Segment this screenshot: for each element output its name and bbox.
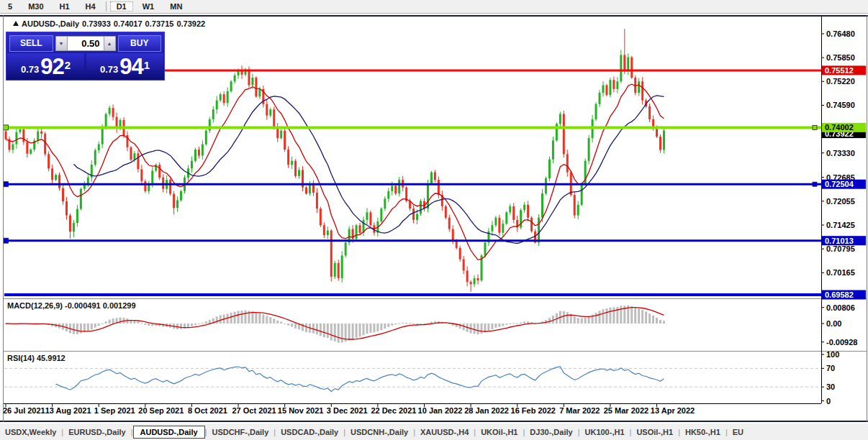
symbol-tab-xauusd-h4[interactable]: XAUUSD-,H4	[415, 426, 474, 438]
svg-text:100: 100	[826, 350, 839, 359]
rsi-value: 45.9912	[37, 354, 65, 362]
timeframe-button-h4[interactable]: H4	[79, 1, 102, 12]
chart-symbol: AUDUSD-,Daily	[22, 19, 79, 28]
volume-decrease-button[interactable]: ▼	[55, 36, 68, 51]
symbol-tab-bar: USDX,Weekly|EURUSD-,Daily|AUDUSD-,Daily|…	[0, 423, 868, 440]
ohlc-low: 0.73715	[145, 19, 174, 28]
svg-text:0.71013: 0.71013	[825, 237, 854, 245]
svg-text:7 Mar 2022: 7 Mar 2022	[559, 406, 600, 415]
svg-text:0.00: 0.00	[826, 319, 841, 328]
volume-stepper: ▼ 0.50 ▲	[55, 36, 116, 51]
sell-price-big: 92	[40, 56, 63, 78]
rsi-name: RSI(14)	[7, 354, 35, 362]
sell-button[interactable]: SELL	[9, 35, 53, 52]
buy-price[interactable]: 0.73941	[86, 53, 163, 79]
triangle-down-icon: ▼	[59, 41, 64, 46]
volume-increase-button[interactable]: ▲	[104, 36, 116, 51]
svg-text:1 Sep 2021: 1 Sep 2021	[94, 406, 135, 415]
window-border-bottom	[0, 421, 868, 422]
svg-text:10 Jan 2022: 10 Jan 2022	[418, 406, 463, 415]
buy-price-small: 0.73	[100, 62, 118, 78]
svg-text:0.76480: 0.76480	[826, 29, 855, 38]
symbol-tab-usdcnh-daily[interactable]: USDCNH-,Daily	[345, 426, 413, 438]
timeframe-button-mn[interactable]: MN	[163, 1, 189, 12]
svg-text:0.75220: 0.75220	[826, 77, 855, 86]
window-border-right	[867, 15, 867, 422]
macd-value-2: 0.001299	[103, 301, 136, 310]
one-click-trading-panel: SELL ▼ 0.50 ▲ BUY 0.73922 0.73941	[6, 32, 165, 81]
triangle-up-icon	[13, 21, 19, 26]
svg-text:3 Dec 2021: 3 Dec 2021	[327, 406, 368, 415]
svg-text:15 Nov 2021: 15 Nov 2021	[278, 406, 324, 415]
symbol-tab-audusd-daily[interactable]: AUDUSD-,Daily	[133, 426, 205, 439]
timeframe-button-w1[interactable]: W1	[136, 1, 161, 12]
ohlc-open: 0.73933	[82, 19, 111, 28]
volume-input[interactable]: 0.50	[68, 36, 104, 51]
svg-text:25 Mar 2022: 25 Mar 2022	[604, 406, 648, 415]
svg-text:70: 70	[826, 364, 835, 372]
svg-text:0.75850: 0.75850	[826, 53, 855, 62]
svg-text:28 Jan 2022: 28 Jan 2022	[464, 406, 509, 415]
svg-text:20 Sep 2021: 20 Sep 2021	[138, 406, 184, 415]
symbol-tab-uk100-h1[interactable]: UK100-,H1	[580, 426, 630, 438]
ohlc-close: 0.73922	[176, 19, 205, 28]
symbol-tab-usoil-h1[interactable]: USOil-,H1	[631, 426, 678, 438]
svg-text:0.70165: 0.70165	[826, 268, 855, 277]
window-border-left	[3, 15, 4, 422]
symbol-tab-dj30-daily[interactable]: DJ30-,Daily	[525, 426, 577, 438]
symbol-tab-eurusd-daily[interactable]: EURUSD-,Daily	[63, 426, 130, 438]
symbol-tab-eu[interactable]: EU	[728, 426, 749, 438]
macd-value-1: -0.000491	[65, 301, 101, 310]
svg-text:0.73330: 0.73330	[826, 149, 855, 157]
svg-text:27 Oct 2021: 27 Oct 2021	[232, 406, 276, 415]
sell-price-sup: 2	[65, 53, 71, 78]
symbol-tab-hk50-h1[interactable]: HK50-,H1	[680, 426, 725, 438]
sell-price-small: 0.73	[21, 62, 39, 78]
macd-name: MACD(12,26,9)	[7, 301, 63, 310]
svg-text:0.69582: 0.69582	[825, 290, 854, 299]
window-border-top	[0, 15, 868, 17]
symbol-tab-usdcad-daily[interactable]: USDCAD-,Daily	[276, 426, 343, 438]
svg-text:30: 30	[826, 382, 835, 391]
buy-button[interactable]: BUY	[118, 35, 162, 52]
svg-text:13 Apr 2022: 13 Apr 2022	[651, 406, 695, 415]
timeframe-button-m30[interactable]: M30	[22, 1, 50, 12]
svg-text:-0.00928: -0.00928	[826, 338, 857, 347]
svg-text:0.71425: 0.71425	[826, 221, 855, 229]
timeframe-button-5[interactable]: 5	[1, 1, 19, 12]
svg-text:0.72055: 0.72055	[826, 197, 855, 206]
rsi-indicator-label: RSI(14) 45.9912	[7, 354, 65, 362]
svg-text:16 Feb 2022: 16 Feb 2022	[511, 406, 556, 415]
timeframe-toolbar: 5M30H1H4D1W1MN	[0, 0, 868, 14]
symbol-tab-usdchf-daily[interactable]: USDCHF-,Daily	[207, 426, 273, 438]
triangle-up-icon: ▲	[107, 41, 112, 46]
svg-text:0.72504: 0.72504	[825, 180, 854, 188]
svg-text:22 Dec 2021: 22 Dec 2021	[371, 406, 416, 415]
timeframe-button-d1[interactable]: D1	[110, 1, 133, 12]
symbol-tab-usdx-weekly[interactable]: USDX,Weekly	[0, 426, 61, 438]
svg-text:0.75512: 0.75512	[825, 66, 854, 75]
svg-text:0.00806: 0.00806	[826, 303, 855, 312]
svg-text:8 Oct 2021: 8 Oct 2021	[188, 406, 227, 415]
svg-text:0.74002: 0.74002	[825, 123, 854, 132]
symbol-tab-ukoil-h1[interactable]: UKOil-,H1	[476, 426, 523, 438]
buy-price-big: 94	[119, 56, 143, 78]
buy-price-sup: 1	[144, 53, 150, 78]
sell-price[interactable]: 0.73922	[7, 53, 84, 79]
macd-indicator-label: MACD(12,26,9) -0.000491 0.001299	[7, 301, 136, 310]
svg-text:0.74590: 0.74590	[826, 101, 855, 109]
svg-text:13 Aug 2021: 13 Aug 2021	[45, 406, 91, 415]
svg-text:0: 0	[826, 397, 831, 405]
timeframe-button-h1[interactable]: H1	[53, 1, 76, 12]
chart-window: 5M30H1H4D1W1MN 0.764800.758500.752200.74…	[0, 0, 868, 440]
svg-text:26 Jul 2021: 26 Jul 2021	[3, 406, 45, 415]
chart-title: AUDUSD-,Daily0.739330.740170.737150.7392…	[13, 19, 208, 28]
toolbar-separator	[106, 1, 107, 12]
svg-text:0.70795: 0.70795	[826, 244, 855, 253]
ohlc-high: 0.74017	[114, 19, 143, 28]
